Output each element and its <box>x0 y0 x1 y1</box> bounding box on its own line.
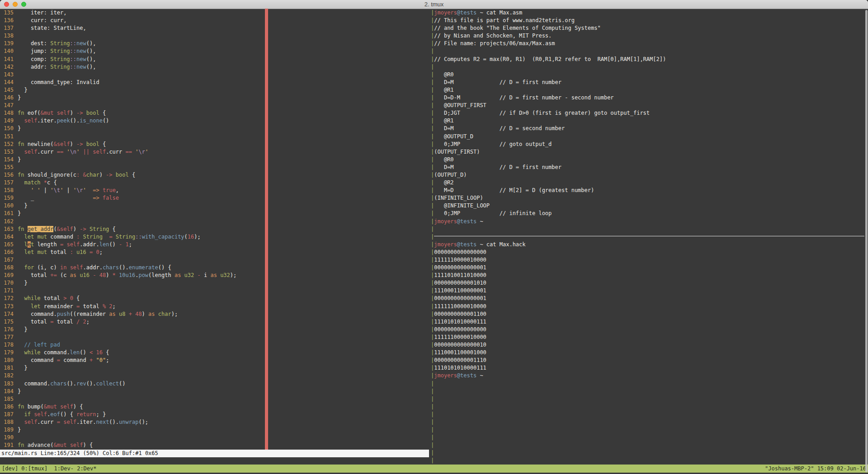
terminal-line: | @OUTPUT_FIRST <box>431 102 868 109</box>
line-number: 147 <box>0 102 14 109</box>
terminal-line: |(INFINITE_LOOP) <box>431 194 868 202</box>
pane-divider: | <box>431 233 868 241</box>
code-line: 161} <box>0 210 429 217</box>
line-number: 173 <box>0 303 14 310</box>
code-line: 174 command.push((remainder as u8 + 48) … <box>0 310 429 318</box>
terminal-line: | <box>431 449 868 457</box>
terminal-line: | <box>431 441 868 449</box>
editor-pane[interactable]: 135 iter: iter,136 curr: curr,137 state:… <box>0 9 429 449</box>
line-number: 184 <box>0 388 14 395</box>
terminal-line: |// File name: projects/06/max/Max.asm <box>431 40 868 47</box>
terminal-line: | <box>431 47 868 55</box>
code-line: 159 _ => false <box>0 194 429 202</box>
terminal-line: |0000000000000000 <box>431 249 868 256</box>
line-number: 177 <box>0 333 14 341</box>
terminal-line: | D=M // D = first number <box>431 164 868 171</box>
terminal-line: | 0;JMP // infinite loop <box>431 210 868 217</box>
line-number: 136 <box>0 17 14 24</box>
code-line: 154} <box>0 156 429 164</box>
code-line: 180 command = command + "0"; <box>0 357 429 364</box>
terminal-line: |0000000000000001 <box>431 264 868 272</box>
line-number: 167 <box>0 256 14 264</box>
terminal-line: |1110101010000111 <box>431 318 868 326</box>
line-number: 160 <box>0 202 14 210</box>
code-line: 176 } <box>0 326 429 333</box>
code-line: 171 <box>0 287 429 295</box>
terminal-line: | <box>431 418 868 426</box>
code-line: 190 <box>0 434 429 441</box>
code-line: 147 <box>0 102 429 109</box>
line-number: 140 <box>0 47 14 55</box>
terminal-line: | <box>431 434 868 441</box>
line-number: 163 <box>0 225 14 233</box>
code-line: 144 command_type: Invalid <box>0 79 429 86</box>
terminal-line: |(OUTPUT_FIRST) <box>431 148 868 156</box>
titlebar: 2. tmux <box>0 0 868 9</box>
line-number: 145 <box>0 86 14 94</box>
code-line: 151 <box>0 133 429 141</box>
terminal-line: | @R0 <box>431 156 868 164</box>
code-line: 137 state: StartLine, <box>0 24 429 32</box>
code-line: 187 if self.eof() { return; } <box>0 411 429 418</box>
terminal-line: | <box>431 395 868 403</box>
code-line: 158 ' ' | '\t' | '\r' => true, <box>0 187 429 194</box>
line-number: 148 <box>0 109 14 117</box>
code-line: 188 self.curr = self.iter.next().unwrap(… <box>0 418 429 426</box>
terminal-line: | @OUTPUT_D <box>431 133 868 141</box>
terminal-line: | <box>431 388 868 395</box>
code-line: 182 <box>0 372 429 380</box>
terminal-pane[interactable]: |jmoyers@tests ~ cat Max.asm|// This fil… <box>431 9 868 465</box>
line-number: 178 <box>0 341 14 349</box>
line-number: 152 <box>0 141 14 148</box>
scrollbar[interactable] <box>865 10 868 472</box>
terminal-line: | @INFINITE_LOOP <box>431 202 868 210</box>
line-number: 143 <box>0 71 14 79</box>
line-number: 156 <box>0 171 14 179</box>
terminal-line: | <box>431 457 868 465</box>
line-number: 179 <box>0 349 14 357</box>
code-line: 168 for (i, c) in self.addr.chars().enum… <box>0 264 429 272</box>
line-number: 158 <box>0 187 14 194</box>
line-number: 174 <box>0 310 14 318</box>
code-line: 178 // left pad <box>0 341 429 349</box>
line-number: 191 <box>0 441 14 449</box>
terminal-line: | <box>431 411 868 418</box>
code-line: 175 total = total / 2; <box>0 318 429 326</box>
code-line: 150} <box>0 125 429 132</box>
terminal-line: |0000000000000010 <box>431 341 868 349</box>
code-line: 170 } <box>0 279 429 287</box>
terminal-line: | @R0 <box>431 71 868 79</box>
line-number: 146 <box>0 94 14 102</box>
code-line: 164 let mut command : String = String::w… <box>0 233 429 241</box>
code-line: 191fn advance(&mut self) { <box>0 441 429 449</box>
code-line: 149 self.iter.peek().is_none() <box>0 117 429 125</box>
line-number: 137 <box>0 24 14 32</box>
line-number: 162 <box>0 218 14 225</box>
code-line: 156fn should_ignore(c: &char) -> bool { <box>0 171 429 179</box>
line-number: 186 <box>0 403 14 411</box>
line-number: 170 <box>0 279 14 287</box>
terminal-line: |1110001100001000 <box>431 349 868 357</box>
terminal-line: | @R1 <box>431 117 868 125</box>
terminal-line: |jmoyers@tests ~ <box>431 218 868 225</box>
line-number: 154 <box>0 156 14 164</box>
terminal-line: |jmoyers@tests ~ <box>431 372 868 380</box>
code-line: 166 let mut total : u16 = 0; <box>0 249 429 256</box>
code-line: 160 } <box>0 202 429 210</box>
code-line: 179 while command.len() < 16 { <box>0 349 429 357</box>
code-line: 173 let remainder = total % 2; <box>0 303 429 310</box>
line-number: 144 <box>0 79 14 86</box>
terminal-line: | <box>431 225 868 233</box>
terminal-line: | @R1 <box>431 86 868 94</box>
code-line: 141 comp: String::new(), <box>0 56 429 63</box>
terminal-line: | M=D // M[2] = D (greatest number) <box>431 187 868 194</box>
code-line: 157 match *c { <box>0 179 429 187</box>
terminal-line: |1111110000010000 <box>431 256 868 264</box>
terminal-line: | <box>431 426 868 434</box>
terminal-line: |0000000000001010 <box>431 279 868 287</box>
code-line: 153 self.curr == '\n' || self.curr == '\… <box>0 148 429 156</box>
code-line: 136 curr: curr, <box>0 17 429 24</box>
line-number: 165 <box>0 241 14 249</box>
tmux-window-list[interactable]: [dev] 0:[tmux] 1:Dev- 2:Dev* <box>2 465 97 473</box>
line-number: 181 <box>0 364 14 372</box>
